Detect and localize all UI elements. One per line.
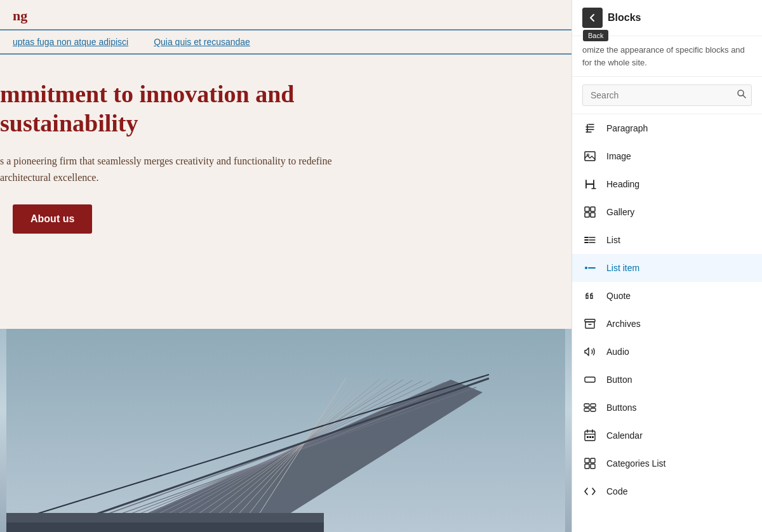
quote-icon <box>582 288 598 303</box>
archives-icon <box>582 316 598 331</box>
nav-link-1[interactable]: uptas fuga non atque adipisci <box>13 37 128 47</box>
block-item-list[interactable]: List <box>572 226 762 254</box>
svg-rect-28 <box>585 213 589 217</box>
preview-nav: ng <box>0 5 572 24</box>
button-label: Button <box>606 375 632 385</box>
list-item-label: List item <box>606 263 639 273</box>
chevron-left-icon <box>588 13 597 22</box>
block-item-heading[interactable]: Heading <box>572 170 762 198</box>
code-label: Code <box>606 486 627 496</box>
block-list: Paragraph Image Heading <box>572 114 762 532</box>
svg-rect-41 <box>585 377 595 382</box>
quote-label: Quote <box>606 291 631 301</box>
categories-label: Categories List <box>606 458 665 469</box>
block-item-categories[interactable]: Categories List <box>572 449 762 477</box>
svg-rect-54 <box>591 458 595 463</box>
block-item-code[interactable]: Code <box>572 477 762 505</box>
block-item-gallery[interactable]: Gallery <box>572 198 762 226</box>
svg-rect-51 <box>589 436 591 438</box>
svg-point-36 <box>585 267 587 269</box>
block-item-image[interactable]: Image <box>572 142 762 170</box>
svg-rect-56 <box>591 464 595 469</box>
svg-rect-43 <box>591 404 596 407</box>
block-item-audio[interactable]: Audio <box>572 338 762 366</box>
main-description: s a pioneering firm that seamlessly merg… <box>0 153 356 185</box>
svg-rect-45 <box>591 408 596 411</box>
heading-icon <box>582 176 598 192</box>
list-icon <box>582 232 598 248</box>
sidebar-title: Blocks <box>608 12 641 23</box>
search-icon-button[interactable] <box>737 89 747 102</box>
svg-rect-26 <box>585 207 589 211</box>
button-icon <box>582 372 598 387</box>
buttons-icon <box>582 400 598 415</box>
block-item-buttons[interactable]: Buttons <box>572 394 762 422</box>
nav-links-bar: uptas fuga non atque adipisci Quia quis … <box>0 30 572 55</box>
block-item-calendar[interactable]: Calendar <box>572 422 762 449</box>
svg-rect-39 <box>585 322 594 328</box>
main-heading: mmitment to innovation and sustainabilit… <box>0 80 381 138</box>
svg-rect-50 <box>587 436 589 438</box>
sidebar: Back Blocks omize the appearance of spec… <box>572 0 762 532</box>
audio-label: Audio <box>606 347 629 357</box>
archives-label: Archives <box>606 319 641 329</box>
svg-rect-21 <box>6 522 324 532</box>
audio-icon <box>582 344 598 359</box>
paragraph-label: Paragraph <box>606 123 648 133</box>
block-item-quote[interactable]: Quote <box>572 282 762 310</box>
svg-line-23 <box>743 95 745 98</box>
back-button[interactable]: Back <box>582 8 603 28</box>
list-item-icon <box>582 260 598 276</box>
svg-rect-55 <box>585 464 589 469</box>
preview-top-bar: ng <box>0 0 572 30</box>
sidebar-description: omize the appearance of specific blocks … <box>572 36 762 77</box>
list-label: List <box>606 235 620 245</box>
image-label: Image <box>606 151 631 161</box>
buttons-label: Buttons <box>606 402 636 413</box>
gallery-label: Gallery <box>606 207 634 217</box>
search-input[interactable] <box>582 84 752 106</box>
calendar-label: Calendar <box>606 430 643 441</box>
block-item-paragraph[interactable]: Paragraph <box>572 114 762 142</box>
svg-rect-52 <box>592 436 594 438</box>
nav-link-2[interactable]: Quia quis et recusandae <box>154 37 250 47</box>
code-icon <box>582 484 598 499</box>
about-us-button[interactable]: About us <box>13 204 92 234</box>
svg-rect-53 <box>585 458 589 463</box>
search-container <box>572 77 762 114</box>
building-image <box>0 329 572 532</box>
svg-rect-29 <box>591 213 595 217</box>
gallery-icon <box>582 204 598 220</box>
sidebar-header: Back Blocks <box>572 0 762 36</box>
heading-label: Heading <box>606 179 639 189</box>
svg-rect-27 <box>591 207 595 211</box>
svg-rect-44 <box>584 408 589 411</box>
image-icon <box>582 149 598 164</box>
building-svg <box>0 329 572 532</box>
preview-main-content: mmitment to innovation and sustainabilit… <box>0 55 572 253</box>
search-icon <box>737 89 747 99</box>
back-tooltip: Back <box>583 30 608 41</box>
block-item-archives[interactable]: Archives <box>572 310 762 338</box>
paragraph-icon <box>582 121 598 136</box>
block-item-button[interactable]: Button <box>572 366 762 394</box>
categories-icon <box>582 456 598 471</box>
partial-heading: ng <box>13 5 40 24</box>
calendar-icon <box>582 428 598 443</box>
preview-panel: ng uptas fuga non atque adipisci Quia qu… <box>0 0 572 532</box>
block-item-list-item[interactable]: List item <box>572 254 762 282</box>
svg-rect-46 <box>585 431 595 441</box>
svg-rect-42 <box>584 404 589 407</box>
